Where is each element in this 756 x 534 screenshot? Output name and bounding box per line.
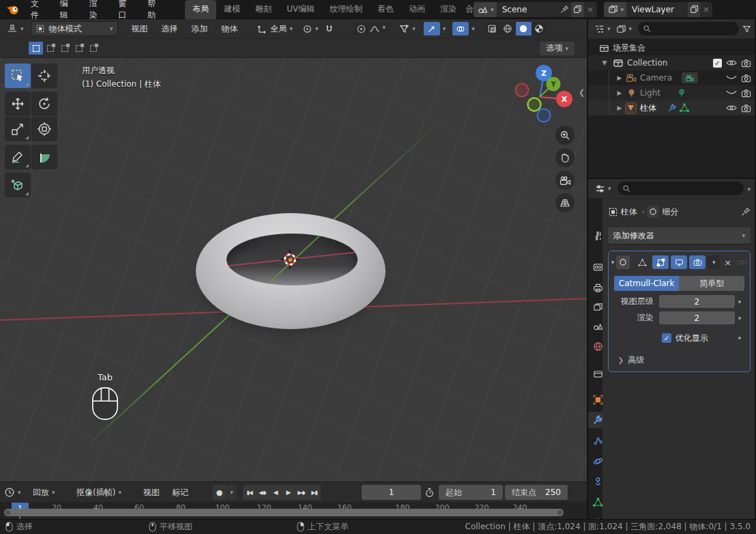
light-row[interactable]: ▶ Light (588, 85, 755, 100)
editor-type-button[interactable] (4, 22, 27, 36)
pin-icon[interactable] (558, 2, 571, 17)
modifier-close-button[interactable]: × (722, 257, 733, 268)
timeline-scrollbar[interactable] (4, 509, 564, 516)
tab-rendering[interactable]: 渲染 (433, 0, 464, 19)
keying-menu[interactable]: 抠像(插帧) (76, 485, 121, 500)
display-in-editmode-toggle[interactable] (652, 255, 669, 269)
select-mode-intersect[interactable] (86, 42, 100, 55)
tool-transform[interactable] (31, 117, 57, 141)
menu-view[interactable]: 视图 (125, 20, 155, 38)
shading-material-button[interactable] (532, 22, 547, 36)
animate-dot[interactable] (735, 317, 744, 320)
snap-target-dropdown[interactable] (300, 23, 321, 36)
navigation-gizmo[interactable]: Z Y X (510, 64, 579, 126)
show-gizmo-dropdown[interactable] (396, 23, 418, 36)
render-camera-icon[interactable] (741, 59, 751, 68)
light-expand-arrow[interactable]: ▶ (615, 89, 624, 96)
collection-expand-arrow[interactable]: ▼ (600, 59, 609, 66)
prev-keyframe-button[interactable] (256, 485, 269, 500)
hide-eye-icon[interactable] (726, 104, 737, 112)
proportional-editing-toggle[interactable] (356, 24, 366, 34)
scene-name[interactable]: Scene (497, 5, 558, 14)
collection-checkbox[interactable] (713, 59, 722, 68)
add-modifier-dropdown[interactable]: 添加修改器 (608, 227, 751, 244)
transform-orientation-dropdown[interactable]: 全局 (255, 22, 296, 36)
menu-object[interactable]: 物体 (215, 20, 245, 38)
tab-compositing-clipped[interactable]: 合 (464, 0, 474, 19)
viewlayer-new-copy-button[interactable] (688, 2, 700, 17)
properties-editor-type-button[interactable] (592, 182, 614, 195)
tab-animation[interactable]: 动画 (401, 0, 433, 19)
scene-browse-button[interactable] (474, 2, 497, 17)
timeline-editor-type-button[interactable] (4, 485, 21, 500)
tool-add-cube[interactable] (5, 173, 31, 197)
region-collapse-arrow[interactable]: ❮ (579, 88, 585, 97)
shading-solid-button[interactable] (516, 22, 532, 36)
select-mode-tweak[interactable] (29, 42, 43, 55)
blender-logo-icon[interactable] (5, 3, 20, 16)
select-mode-extend[interactable] (57, 42, 72, 55)
scene-collection-row[interactable]: 场景集合 (588, 40, 755, 55)
tab-shading[interactable]: 着色 (370, 0, 401, 19)
tab-layout[interactable]: 布局 (185, 0, 216, 19)
display-in-editmode-cage-toggle[interactable] (634, 255, 650, 269)
select-mode-new[interactable] (43, 42, 57, 55)
outliner-search-input[interactable] (638, 22, 739, 36)
tab-uv-editing[interactable]: UV编辑 (279, 0, 322, 19)
viewport-levels-field[interactable]: 2 (659, 295, 735, 308)
use-preview-range-toggle[interactable] (424, 485, 435, 500)
eye-closed-icon[interactable] (726, 74, 737, 81)
tool-move[interactable] (5, 92, 31, 116)
scene-new-copy-button[interactable] (571, 2, 584, 17)
tab-modeling[interactable]: 建模 (216, 0, 248, 19)
modifier-extras-dropdown[interactable]: ▾ (708, 255, 720, 269)
tool-scale[interactable] (5, 117, 31, 141)
render-levels-field[interactable]: 2 (659, 311, 735, 324)
axis-neg-y-ball[interactable] (528, 98, 541, 111)
play-reverse-button[interactable] (269, 485, 282, 500)
animate-dot[interactable] (735, 300, 744, 303)
pan-button[interactable] (555, 148, 575, 167)
current-frame-field[interactable]: 1 (362, 485, 421, 500)
render-camera-icon[interactable] (741, 104, 751, 113)
render-camera-icon[interactable] (741, 89, 751, 98)
proportional-falloff-dropdown[interactable] (369, 24, 386, 34)
next-keyframe-button[interactable] (295, 485, 308, 500)
tool-cursor[interactable] (31, 64, 57, 88)
animate-dot[interactable] (735, 337, 744, 339)
tool-measure[interactable] (31, 145, 57, 169)
jump-to-start-button[interactable] (243, 485, 256, 500)
breadcrumb-modifier[interactable]: 细分 (662, 206, 678, 218)
display-in-viewport-toggle[interactable] (671, 255, 687, 269)
pin-id-button[interactable] (741, 207, 751, 216)
mesh-expand-arrow[interactable]: ▶ (615, 104, 624, 111)
frame-end-field[interactable]: 结束点 250 (505, 485, 568, 500)
gizmos-toggle[interactable] (421, 20, 449, 37)
frame-start-field[interactable]: 起始 1 (439, 485, 503, 500)
viewport-3d[interactable]: 用户透视 (1) Collection | 柱体 (0, 58, 587, 481)
panel-expand-icon[interactable]: ▾ (611, 259, 615, 266)
tool-select-box[interactable] (5, 64, 31, 88)
menu-add[interactable]: 添加 (185, 20, 215, 38)
modifier-wrench-badge[interactable] (667, 103, 677, 113)
viewlayer-remove-button[interactable] (700, 2, 712, 17)
keying-set-dropdown[interactable] (226, 485, 237, 500)
playback-menu[interactable]: 回放 (33, 485, 55, 500)
camera-expand-arrow[interactable]: ▶ (615, 74, 624, 81)
marker-menu[interactable]: 标记 (172, 485, 188, 500)
tab-sculpting[interactable]: 雕刻 (248, 0, 279, 19)
outliner-filter-button[interactable] (742, 25, 751, 33)
select-mode-subtract[interactable] (72, 42, 86, 55)
properties-search-input[interactable] (617, 182, 744, 195)
viewlayer-name[interactable]: ViewLayer (626, 5, 688, 14)
jump-to-end-button[interactable] (308, 485, 321, 500)
axis-neg-z-ball[interactable] (538, 109, 551, 122)
tab-texture-paint[interactable]: 纹理绘制 (322, 0, 370, 19)
scene-unlink-button[interactable] (584, 2, 597, 17)
axis-neg-x-ball[interactable] (516, 84, 529, 97)
properties-filter-dropdown[interactable] (747, 184, 751, 193)
snap-toggle[interactable] (321, 23, 337, 36)
mesh-data-badge[interactable] (680, 103, 689, 113)
tool-annotate[interactable] (5, 145, 31, 169)
viewlayer-browse-button[interactable] (604, 2, 627, 17)
